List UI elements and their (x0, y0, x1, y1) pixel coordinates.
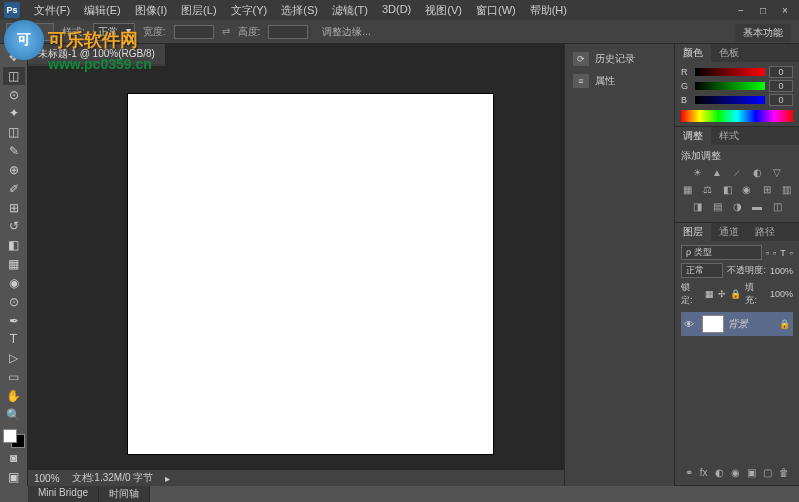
eraser-tool[interactable]: ◧ (3, 236, 25, 254)
history-panel-toggle[interactable]: ⟳ 历史记录 (569, 48, 670, 70)
lock-all-icon[interactable]: 🔒 (730, 289, 741, 299)
filter-icon[interactable]: ▫ (773, 248, 776, 258)
color-spectrum[interactable] (681, 110, 793, 122)
menu-file[interactable]: 文件(F) (28, 1, 76, 20)
menu-filter[interactable]: 滤镜(T) (326, 1, 374, 20)
document-tab[interactable]: 未标题-1 @ 100%(RGB/8) (28, 44, 165, 66)
info-chevron-icon[interactable]: ▸ (165, 473, 170, 484)
posterize-icon[interactable]: ▤ (710, 201, 724, 215)
menu-3d[interactable]: 3D(D) (376, 1, 417, 20)
move-tool[interactable]: ✥ (3, 48, 25, 66)
tab-styles[interactable]: 样式 (711, 127, 747, 145)
screenmode-toggle[interactable]: ▣ (3, 468, 25, 486)
tab-minibridge[interactable]: Mini Bridge (28, 486, 99, 502)
invert-icon[interactable]: ◨ (690, 201, 704, 215)
g-value[interactable]: 0 (769, 80, 793, 92)
swap-icon[interactable]: ⇄ (222, 26, 230, 37)
filter-icon[interactable]: ▫ (790, 248, 793, 258)
layer-kind-filter[interactable]: ρ 类型 (681, 245, 762, 260)
quickmask-toggle[interactable]: ◙ (3, 449, 25, 467)
vibrance-icon[interactable]: ▽ (770, 167, 784, 181)
layer-name[interactable]: 背景 (728, 317, 775, 331)
g-slider[interactable] (695, 82, 765, 90)
link-layers-icon[interactable]: ⚭ (685, 467, 693, 478)
selective-icon[interactable]: ◫ (770, 201, 784, 215)
height-input[interactable] (268, 25, 308, 39)
new-group-icon[interactable]: ▣ (747, 467, 756, 478)
menu-edit[interactable]: 编辑(E) (78, 1, 127, 20)
fill-value[interactable]: 100% (770, 289, 793, 299)
curves-icon[interactable]: ⟋ (730, 167, 744, 181)
tab-adjustments[interactable]: 调整 (675, 127, 711, 145)
workspace-switcher[interactable]: 基本功能 (735, 24, 791, 42)
mode-select[interactable]: 正常 (93, 23, 135, 41)
healing-tool[interactable]: ⊕ (3, 161, 25, 179)
gradient-map-icon[interactable]: ▬ (750, 201, 764, 215)
filter-icon[interactable]: T (780, 248, 786, 258)
menu-image[interactable]: 图像(I) (129, 1, 173, 20)
stamp-tool[interactable]: ⊞ (3, 199, 25, 217)
wand-tool[interactable]: ✦ (3, 104, 25, 122)
eyedropper-tool[interactable]: ✎ (3, 142, 25, 160)
menu-help[interactable]: 帮助(H) (524, 1, 573, 20)
marquee-tool[interactable]: ◫ (3, 67, 25, 85)
photofilter-icon[interactable]: ◉ (740, 184, 754, 198)
zoom-level[interactable]: 100% (34, 473, 60, 484)
filter-icon[interactable]: ▫ (766, 248, 769, 258)
bw-icon[interactable]: ◧ (720, 184, 734, 198)
minimize-button[interactable]: − (731, 3, 751, 17)
visibility-icon[interactable]: 👁 (684, 319, 698, 330)
tab-swatches[interactable]: 色板 (711, 44, 747, 62)
dodge-tool[interactable]: ⊙ (3, 293, 25, 311)
tab-timeline[interactable]: 时间轴 (99, 486, 150, 502)
refine-edge-button[interactable]: 调整边缘... (316, 24, 376, 40)
r-value[interactable]: 0 (769, 66, 793, 78)
lookup-icon[interactable]: ▥ (779, 184, 793, 198)
threshold-icon[interactable]: ◑ (730, 201, 744, 215)
width-input[interactable] (174, 25, 214, 39)
layer-thumbnail[interactable] (702, 315, 724, 333)
crop-tool[interactable]: ◫ (3, 123, 25, 141)
shape-tool[interactable]: ▭ (3, 368, 25, 386)
tab-channels[interactable]: 通道 (711, 223, 747, 241)
properties-panel-toggle[interactable]: ≡ 属性 (569, 70, 670, 92)
tool-preset-icon[interactable] (6, 23, 26, 41)
layer-mask-icon[interactable]: ◐ (715, 467, 724, 478)
b-slider[interactable] (695, 96, 765, 104)
brightness-icon[interactable]: ☀ (690, 167, 704, 181)
hue-icon[interactable]: ▦ (681, 184, 695, 198)
gradient-tool[interactable]: ▦ (3, 255, 25, 273)
lock-position-icon[interactable]: ✢ (718, 289, 726, 299)
menu-type[interactable]: 文字(Y) (225, 1, 274, 20)
layer-fx-icon[interactable]: fx (700, 467, 708, 478)
hand-tool[interactable]: ✋ (3, 387, 25, 405)
menu-view[interactable]: 视图(V) (419, 1, 468, 20)
mixer-icon[interactable]: ⊞ (760, 184, 774, 198)
lasso-tool[interactable]: ⊙ (3, 86, 25, 104)
delete-layer-icon[interactable]: 🗑 (779, 467, 789, 478)
levels-icon[interactable]: ▲ (710, 167, 724, 181)
tab-color[interactable]: 颜色 (675, 44, 711, 62)
balance-icon[interactable]: ⚖ (701, 184, 715, 198)
foreground-swatch[interactable] (3, 429, 17, 443)
close-button[interactable]: × (775, 3, 795, 17)
lock-pixels-icon[interactable]: ▦ (705, 289, 714, 299)
layer-background[interactable]: 👁 背景 🔒 (681, 312, 793, 336)
type-tool[interactable]: T (3, 330, 25, 348)
menu-layer[interactable]: 图层(L) (175, 1, 222, 20)
brush-tool[interactable]: ✐ (3, 180, 25, 198)
blend-mode-select[interactable]: 正常 (681, 263, 723, 278)
marquee-mode-icon[interactable] (34, 23, 54, 41)
pen-tool[interactable]: ✒ (3, 312, 25, 330)
opacity-value[interactable]: 100% (770, 266, 793, 276)
zoom-tool[interactable]: 🔍 (3, 406, 25, 424)
menu-window[interactable]: 窗口(W) (470, 1, 522, 20)
path-tool[interactable]: ▷ (3, 349, 25, 367)
exposure-icon[interactable]: ◐ (750, 167, 764, 181)
tab-layers[interactable]: 图层 (675, 223, 711, 241)
menu-select[interactable]: 选择(S) (275, 1, 324, 20)
new-layer-icon[interactable]: ▢ (763, 467, 772, 478)
b-value[interactable]: 0 (769, 94, 793, 106)
history-brush-tool[interactable]: ↺ (3, 217, 25, 235)
blur-tool[interactable]: ◉ (3, 274, 25, 292)
